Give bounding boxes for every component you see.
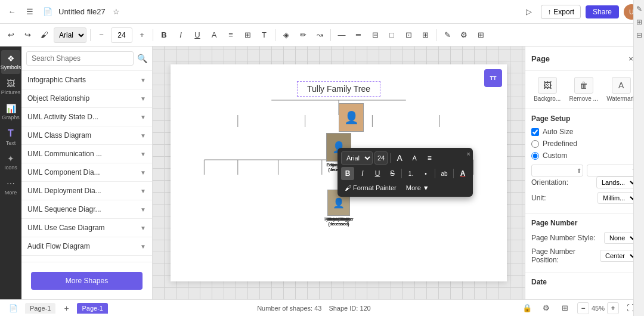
sidebar-item-graphs[interactable]: 📊 Graphs bbox=[1, 100, 20, 124]
category-uml-usecase-header[interactable]: UML Use Case Diagram ▼ bbox=[21, 219, 152, 237]
underline-button[interactable]: U bbox=[190, 28, 205, 42]
connector-button[interactable]: ⊟ bbox=[368, 28, 382, 42]
pen-button[interactable]: ✏ bbox=[296, 28, 310, 42]
play-button[interactable]: ▷ bbox=[522, 5, 536, 19]
more-shapes-button[interactable]: More Shapes bbox=[31, 272, 143, 290]
popup-strike-button[interactable]: S bbox=[386, 167, 399, 180]
remove-icon: 🗑 bbox=[574, 77, 593, 94]
divider-2 bbox=[153, 29, 153, 41]
page-tab-1[interactable]: Page-1 bbox=[25, 303, 55, 314]
auto-size-checkbox[interactable] bbox=[531, 128, 539, 136]
redo-button[interactable]: ↪ bbox=[20, 28, 35, 42]
line-style-button[interactable]: — bbox=[335, 28, 349, 42]
popup-underline-button[interactable]: U bbox=[371, 167, 384, 180]
orientation-select[interactable]: Lands... bbox=[596, 176, 638, 188]
curve-button[interactable]: ↝ bbox=[312, 28, 327, 42]
popup-close-button[interactable]: × bbox=[467, 150, 470, 157]
shape-button[interactable]: □ bbox=[385, 28, 399, 42]
menu-button[interactable]: ☰ bbox=[23, 5, 37, 19]
diagram-title[interactable]: Tully Family Tree bbox=[297, 81, 380, 97]
popup-more-button[interactable]: More ▼ bbox=[402, 182, 433, 193]
popup-increase-font[interactable]: A bbox=[393, 151, 406, 165]
star-button[interactable]: ☆ bbox=[109, 5, 123, 19]
sidebar-item-pictures[interactable]: 🖼 Pictures bbox=[1, 75, 20, 99]
popup-decrease-font[interactable]: A bbox=[408, 151, 421, 165]
arrange-button[interactable]: ⊞ bbox=[418, 28, 432, 42]
sidebar-item-symbols[interactable]: ❖ Symbols bbox=[1, 50, 20, 74]
settings-icon[interactable]: ⚙ bbox=[539, 301, 553, 315]
grid-view-icon[interactable]: ⊞ bbox=[558, 301, 572, 315]
popup-font-select[interactable]: Arial bbox=[341, 151, 373, 165]
unit-select[interactable]: Millim... bbox=[597, 192, 638, 204]
popup-actions: 🖌 Format Painter More ▼ bbox=[341, 182, 469, 193]
canvas-thumbnail[interactable]: TT bbox=[484, 69, 502, 87]
sidebar-item-more[interactable]: ⋯ More bbox=[1, 175, 20, 199]
lock-icon[interactable]: 🔒 bbox=[520, 301, 534, 315]
popup-wrap-button[interactable]: ab bbox=[438, 167, 451, 180]
popup-bold-button[interactable]: B bbox=[341, 167, 354, 180]
category-object-header[interactable]: Object Relationship ▼ bbox=[21, 89, 152, 107]
category-uml-class-header[interactable]: UML Class Diagram ▼ bbox=[21, 126, 152, 144]
fill-button[interactable]: ◈ bbox=[279, 28, 293, 42]
height-input[interactable]: 222.77 bbox=[587, 165, 639, 176]
popup-ul-button[interactable]: • bbox=[419, 167, 432, 180]
category-uml-activity-header[interactable]: UML Activity State D... ▼ bbox=[21, 108, 152, 126]
zoom-controls: − 45% + bbox=[577, 302, 619, 314]
background-action[interactable]: 🖼 Backgro... bbox=[534, 77, 561, 102]
italic-button[interactable]: I bbox=[174, 28, 188, 42]
symbols-label: Symbols bbox=[1, 64, 21, 70]
remove-action[interactable]: 🗑 Remove ... bbox=[569, 77, 598, 102]
category-uml-communication: UML Communication ... ▼ bbox=[21, 145, 152, 163]
grid-button[interactable]: ⊞ bbox=[473, 28, 488, 42]
font-family-select[interactable]: Arial bbox=[54, 27, 86, 43]
back-button[interactable]: ← bbox=[5, 5, 19, 19]
divider-3 bbox=[275, 29, 275, 41]
popup-format-painter-button[interactable]: 🖌 Format Painter bbox=[341, 182, 400, 193]
category-uml-deployment-header[interactable]: UML Deployment Dia... ▼ bbox=[21, 182, 152, 200]
export-button[interactable]: ↑ Export bbox=[541, 5, 581, 19]
text-style-button[interactable]: T bbox=[257, 28, 271, 42]
page-number-position-select[interactable]: Center bbox=[600, 250, 638, 262]
popup-align[interactable]: ≡ bbox=[423, 151, 436, 165]
category-uml-component-header[interactable]: UML Component Dia... ▼ bbox=[21, 163, 152, 181]
predefined-radio[interactable] bbox=[531, 140, 539, 148]
category-uml-communication-header[interactable]: UML Communication ... ▼ bbox=[21, 145, 152, 163]
bold-button[interactable]: B bbox=[157, 28, 171, 42]
edit-button[interactable]: ✎ bbox=[440, 28, 454, 42]
share-button[interactable]: Share bbox=[586, 5, 619, 18]
align-button[interactable]: ⊞ bbox=[240, 28, 255, 42]
sidebar-item-text[interactable]: T Text bbox=[1, 125, 20, 149]
width-input[interactable]: 537.36 bbox=[531, 165, 583, 176]
paint-button[interactable]: 🖌 bbox=[37, 28, 51, 42]
popup-italic-button[interactable]: I bbox=[356, 167, 369, 180]
panel-page-number: Page Number Page Number Style: None Page… bbox=[525, 214, 644, 273]
zoom-out-button[interactable]: − bbox=[577, 302, 589, 314]
custom-radio[interactable] bbox=[531, 152, 539, 160]
settings-button[interactable]: ⚙ bbox=[457, 28, 471, 42]
chevron-down-icon: ▼ bbox=[140, 225, 146, 231]
watermark-action[interactable]: A Watermark bbox=[606, 77, 636, 102]
layer-button[interactable]: ⊡ bbox=[401, 28, 416, 42]
undo-button[interactable]: ↩ bbox=[4, 28, 18, 42]
sidebar-item-icons[interactable]: ✦ Icons bbox=[1, 150, 20, 174]
font-color-button[interactable]: A bbox=[207, 28, 221, 42]
canvas-area[interactable]: Tully Family Tree bbox=[153, 47, 525, 299]
popup-ol-button[interactable]: 1. bbox=[404, 167, 417, 180]
page-tab-active[interactable]: Page-1 bbox=[77, 303, 107, 314]
decrease-size-button[interactable]: − bbox=[94, 28, 109, 42]
popup-text-color-button[interactable]: A bbox=[456, 167, 469, 180]
zoom-in-button[interactable]: + bbox=[607, 302, 619, 314]
pages-icon[interactable]: 📄 bbox=[6, 301, 20, 315]
line-type-button[interactable]: ━ bbox=[351, 28, 366, 42]
more-label: More bbox=[5, 190, 17, 196]
search-input[interactable] bbox=[26, 51, 134, 66]
text-label: Text bbox=[6, 140, 16, 146]
category-audit-flow: Audit Flow Diagram ▼ bbox=[21, 237, 152, 256]
category-uml-sequence-header[interactable]: UML Sequence Diagr... ▼ bbox=[21, 200, 152, 218]
font-size-input[interactable] bbox=[111, 27, 132, 43]
increase-size-button[interactable]: + bbox=[135, 28, 149, 42]
category-infographic-header[interactable]: Infographic Charts ▼ bbox=[21, 71, 152, 89]
add-page-button[interactable]: + bbox=[60, 302, 72, 314]
text-align-button[interactable]: ≡ bbox=[224, 28, 238, 42]
category-audit-flow-header[interactable]: Audit Flow Diagram ▼ bbox=[21, 237, 152, 255]
